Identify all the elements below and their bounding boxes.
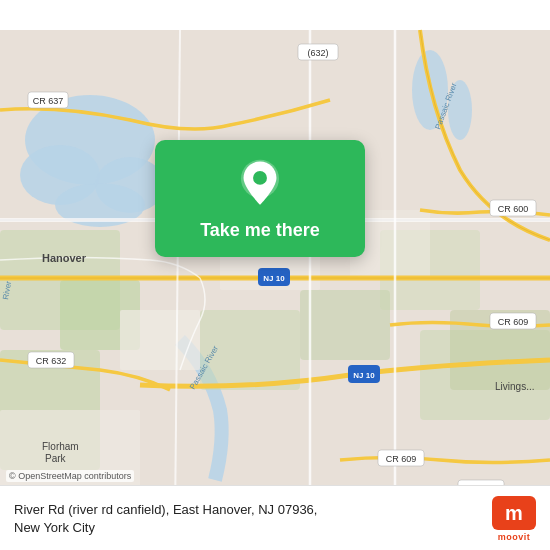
map-attribution: © OpenStreetMap contributors (6, 470, 134, 482)
svg-text:CR 609: CR 609 (498, 317, 529, 327)
svg-text:m: m (505, 502, 523, 524)
svg-text:Hanover: Hanover (42, 252, 87, 264)
svg-rect-10 (300, 290, 390, 360)
map-container: CR 637 (632) CR 600 NJ 10 NJ 10 CR 609 C… (0, 0, 550, 550)
map-background: CR 637 (632) CR 600 NJ 10 NJ 10 CR 609 C… (0, 0, 550, 550)
moovit-brand-label: moovit (498, 532, 531, 542)
svg-text:NJ 10: NJ 10 (263, 274, 285, 283)
address-text: River Rd (river rd canfield), East Hanov… (14, 501, 482, 537)
address-block: River Rd (river rd canfield), East Hanov… (14, 501, 482, 537)
svg-point-52 (253, 171, 267, 185)
svg-rect-15 (120, 310, 200, 370)
svg-text:CR 600: CR 600 (498, 204, 529, 214)
take-me-there-button[interactable]: Take me there (200, 220, 320, 241)
location-pin-icon (234, 158, 286, 210)
moovit-logo-icon: m (492, 496, 536, 530)
svg-text:(632): (632) (307, 48, 328, 58)
svg-text:CR 609: CR 609 (386, 454, 417, 464)
svg-text:CR 632: CR 632 (36, 356, 67, 366)
svg-text:Park: Park (45, 453, 67, 464)
action-card: Take me there (155, 140, 365, 257)
svg-text:Livings...: Livings... (495, 381, 534, 392)
svg-text:Florham: Florham (42, 441, 79, 452)
bottom-bar: River Rd (river rd canfield), East Hanov… (0, 485, 550, 550)
svg-text:NJ 10: NJ 10 (353, 371, 375, 380)
moovit-logo[interactable]: m moovit (492, 496, 536, 542)
svg-text:CR 637: CR 637 (33, 96, 64, 106)
